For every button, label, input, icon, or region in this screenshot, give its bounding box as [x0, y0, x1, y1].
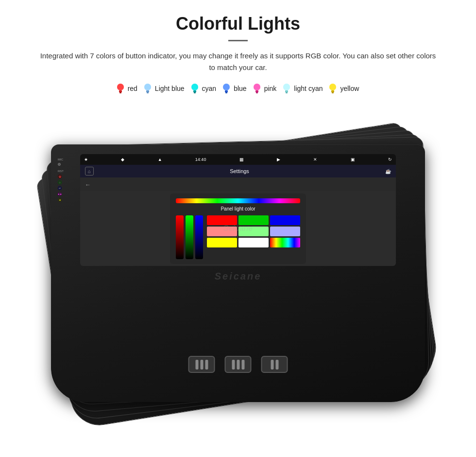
svg-rect-3 — [119, 92, 121, 93]
screen-close: ✕ — [313, 157, 317, 162]
pin-6 — [241, 360, 244, 369]
bulb-red-icon — [115, 82, 126, 95]
bulb-blue-icon — [221, 82, 232, 95]
grid-cell-2 — [238, 215, 269, 225]
color-label-red: red — [128, 85, 137, 92]
svg-point-1 — [117, 84, 124, 90]
screen-location: ◆ — [121, 157, 124, 162]
bulb-yellow-icon — [327, 82, 338, 95]
bulb-lightcyan-icon — [281, 82, 292, 95]
svg-rect-26 — [331, 90, 334, 92]
color-label-yellow: yellow — [340, 85, 359, 92]
panel-color-inner — [176, 215, 300, 259]
screen-bluetooth: ★ — [84, 157, 88, 162]
main-watermark: Seicane — [215, 271, 262, 282]
screen-sq: ▣ — [351, 157, 355, 162]
grid-cell-7 — [207, 238, 237, 247]
page-container: Colorful Lights Integrated with 7 colors… — [0, 0, 476, 457]
color-label-lightcyan: light cyan — [294, 85, 323, 92]
svg-point-9 — [191, 84, 198, 90]
pin-7 — [271, 360, 273, 369]
btn-vol-yellow[interactable]: ◄ — [58, 198, 62, 202]
color-label-lightblue: Light blue — [155, 85, 185, 92]
color-item-lightcyan: light cyan — [281, 82, 323, 95]
color-list: red Light blue — [115, 82, 361, 95]
color-label-pink: pink — [264, 85, 277, 92]
color-label-blue: blue — [234, 85, 246, 92]
bulb-pink-icon — [252, 82, 262, 95]
svg-rect-19 — [256, 92, 258, 93]
svg-rect-6 — [146, 90, 149, 92]
grid-cell-1 — [207, 215, 237, 225]
product-area: ⏻ ⌂ ↩ ◄► ◄ — [19, 105, 457, 407]
grid-cell-6 — [270, 227, 300, 236]
color-item-cyan: cyan — [189, 82, 217, 95]
color-label-cyan: cyan — [202, 85, 217, 92]
screen-watermark: Seicane — [223, 224, 253, 233]
svg-rect-11 — [194, 92, 196, 93]
svg-point-21 — [283, 84, 290, 90]
btn-back-blue[interactable]: ↩ — [58, 186, 62, 190]
pin-2 — [200, 360, 203, 369]
bulb-lightblue-icon — [142, 82, 153, 95]
android-screen: ★ ◆ ▲ 14:40 ▩ ▶ ✕ ▣ ↻ ⌂ — [80, 154, 396, 266]
svg-rect-18 — [255, 90, 258, 92]
color-item-red: red — [115, 82, 137, 95]
screen-time: 14:40 — [195, 157, 206, 162]
svg-point-25 — [329, 84, 336, 90]
mic-label: MIC — [58, 158, 64, 161]
screen-usb: ☕ — [385, 169, 391, 174]
color-grid — [207, 215, 300, 259]
rst-label: RST — [58, 170, 64, 173]
svg-rect-2 — [119, 90, 122, 92]
color-item-lightblue: Light blue — [142, 82, 185, 95]
pin-3 — [205, 360, 208, 369]
radios-stack: ⏻ ⌂ ↩ ◄► ◄ — [29, 110, 447, 402]
screen-back-arrow: ← — [85, 181, 91, 188]
screen-home-btn: ⌂ — [85, 167, 94, 176]
color-item-pink: pink — [252, 82, 277, 95]
connector-2 — [225, 356, 252, 373]
btn-power[interactable]: ⏻ — [58, 175, 62, 178]
screen-title-text: Settings — [99, 168, 380, 174]
radio-main: ★ ◆ ▲ 14:40 ▩ ▶ ✕ ▣ ↻ ⌂ — [51, 144, 425, 402]
panel-color-title: Panel light color — [176, 206, 300, 211]
radio-bottom — [188, 356, 288, 373]
left-buttons: MIC RST ⏻ ⌂ ↩ ◄► ◄ — [58, 158, 64, 202]
connector-pins-3 — [271, 360, 278, 369]
pin-5 — [237, 360, 239, 369]
description: Integrated with 7 colors of button indic… — [39, 50, 437, 73]
svg-rect-22 — [285, 90, 288, 92]
svg-rect-14 — [225, 90, 228, 92]
page-title: Colorful Lights — [176, 14, 300, 34]
grid-cell-3 — [270, 215, 300, 225]
bulb-cyan-icon — [189, 82, 200, 95]
title-divider — [228, 40, 248, 41]
svg-point-5 — [144, 84, 151, 90]
screen-camera: ▩ — [239, 157, 244, 162]
pin-8 — [275, 360, 278, 369]
color-item-yellow: yellow — [327, 82, 359, 95]
screen-vol: ▶ — [277, 157, 280, 162]
mic-dot — [58, 163, 61, 166]
pin-4 — [232, 360, 235, 369]
screen-back-row: ← — [80, 177, 396, 191]
svg-point-17 — [254, 84, 260, 90]
connector-pins-2 — [232, 360, 244, 369]
btn-home-green[interactable]: ⌂ — [58, 180, 62, 184]
svg-point-13 — [223, 84, 230, 90]
slider-green — [186, 215, 193, 259]
screen-back: ↻ — [388, 157, 392, 162]
slider-blue — [195, 215, 203, 259]
btn-nav-pink[interactable]: ◄► — [58, 192, 62, 196]
connector-1 — [188, 356, 215, 373]
screen-content: Seicane Panel light color — [80, 191, 396, 266]
grid-cell-8 — [238, 238, 269, 247]
slider-red — [176, 215, 184, 259]
spectrum-top — [176, 198, 300, 203]
screen-signal: ▲ — [158, 157, 162, 162]
svg-rect-10 — [193, 90, 196, 92]
grid-cell-9 — [270, 238, 300, 247]
color-item-blue: blue — [221, 82, 246, 95]
connector-pins-1 — [195, 360, 208, 369]
